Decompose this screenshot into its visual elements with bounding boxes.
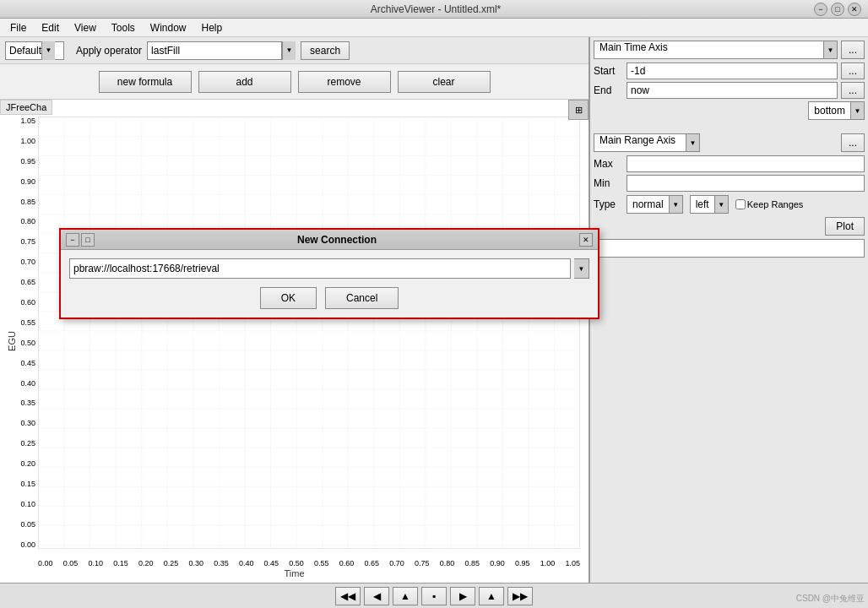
range-axis-combo[interactable]: Main Range Axis ▼ <box>594 133 838 152</box>
nav-zoom-in-btn[interactable]: ▲ <box>479 587 504 605</box>
toolbar-row1: Default ▼ Apply operator ▼ search <box>0 37 589 64</box>
plot-button[interactable]: Plot <box>825 217 865 236</box>
time-axis-section: Main Time Axis ▼ ... Start ... End ... b… <box>594 41 865 120</box>
close-btn[interactable]: ✕ <box>848 3 861 16</box>
end-label: End <box>594 84 623 96</box>
range-axis-arrow[interactable]: ▼ <box>686 133 700 152</box>
start-input[interactable] <box>627 62 838 79</box>
range-axis-header: Main Range Axis ▼ ... <box>594 133 865 152</box>
left-arrow[interactable]: ▼ <box>715 195 729 214</box>
apply-operator-label: Apply operator <box>76 45 142 57</box>
range-axis-section: Main Range Axis ▼ ... Max Min Type norma… <box>594 133 865 258</box>
nav-prev-prev-btn[interactable]: ◀◀ <box>335 587 361 605</box>
dialog-title-bar: − □ New Connection ✕ <box>61 230 598 250</box>
dialog-close-btn[interactable]: ✕ <box>579 233 593 247</box>
menu-help[interactable]: Help <box>195 20 230 35</box>
dialog-minimize-btn[interactable]: − <box>66 233 79 247</box>
nav-prev-btn[interactable]: ◀ <box>364 587 389 605</box>
end-dots-btn[interactable]: ... <box>841 82 865 99</box>
dialog-maximize-btn[interactable]: □ <box>81 233 95 247</box>
keep-ranges-label: Keep Ranges <box>747 199 804 209</box>
new-connection-dialog: − □ New Connection ✕ ▼ OK Cancel <box>59 228 599 319</box>
end-field-row: End ... <box>594 82 865 99</box>
keep-ranges-checkbox[interactable] <box>735 199 746 209</box>
max-label: Max <box>594 158 623 170</box>
search-button[interactable]: search <box>301 41 350 60</box>
time-axis-header: Main Time Axis ▼ ... <box>594 41 865 59</box>
keep-ranges-wrapper: Keep Ranges <box>735 199 804 209</box>
time-axis-arrow[interactable]: ▼ <box>824 41 838 59</box>
menu-edit[interactable]: Edit <box>35 20 66 35</box>
menu-tools[interactable]: Tools <box>105 20 142 35</box>
start-dots-btn[interactable]: ... <box>841 62 865 79</box>
min-input[interactable] <box>627 175 865 192</box>
dialog-title: New Connection <box>95 234 579 246</box>
menu-file[interactable]: File <box>3 20 33 35</box>
nav-up-btn[interactable]: ▲ <box>393 587 418 605</box>
menu-view[interactable]: View <box>68 20 103 35</box>
dialog-buttons: OK Cancel <box>69 287 589 309</box>
bottom-select-wrapper[interactable]: bottom ▼ <box>808 101 865 120</box>
dialog-url-row: ▼ <box>69 258 589 279</box>
connection-url-arrow[interactable]: ▼ <box>574 258 589 279</box>
bottom-toolbar: ◀◀ ◀ ▲ ▪ ▶ ▲ ▶▶ <box>0 583 868 608</box>
title-bar: ArchiveViewer - Untitled.xml* − □ ✕ <box>0 0 868 19</box>
plot-btn-row: Plot <box>594 217 865 236</box>
maximize-btn[interactable]: □ <box>831 3 844 16</box>
bottom-arrow[interactable]: ▼ <box>851 101 865 120</box>
type-label: Type <box>594 198 623 210</box>
max-input[interactable] <box>627 155 865 172</box>
default-combo-value: Default <box>9 45 41 57</box>
type-arrow[interactable]: ▼ <box>670 195 683 214</box>
clear-button[interactable]: clear <box>398 71 491 93</box>
chart-svg <box>38 117 580 549</box>
copy-icon[interactable]: ⊞ <box>568 100 589 120</box>
x-axis-ticks: 0.00 0.05 0.10 0.15 0.20 0.25 0.30 0.35 … <box>38 559 580 567</box>
left-value: left <box>690 195 715 214</box>
minimize-btn[interactable]: − <box>814 3 827 16</box>
min-field-row: Min <box>594 175 865 192</box>
start-field-row: Start ... <box>594 62 865 79</box>
dialog-ok-btn[interactable]: OK <box>260 287 317 309</box>
type-row: Type normal ▼ left ▼ Keep Ranges <box>594 195 865 214</box>
connection-url-input[interactable] <box>69 258 571 279</box>
dialog-cancel-btn[interactable]: Cancel <box>325 287 399 309</box>
window-controls: − □ ✕ <box>814 3 861 16</box>
default-combo[interactable]: Default ▼ <box>5 41 64 60</box>
default-combo-arrow[interactable]: ▼ <box>41 41 55 60</box>
remove-button[interactable]: remove <box>298 71 391 93</box>
watermark: CSDN @中兔维亚 <box>796 593 865 605</box>
operator-combo: ▼ <box>147 41 296 60</box>
max-field-row: Max <box>594 155 865 172</box>
operator-combo-arrow[interactable]: ▼ <box>282 41 296 60</box>
time-axis-combo[interactable]: Main Time Axis ▼ <box>594 41 838 59</box>
dialog-body: ▼ OK Cancel <box>61 250 598 318</box>
range-axis-dots-btn[interactable]: ... <box>841 133 865 152</box>
dialog-left-controls: − □ <box>66 233 95 247</box>
min-label: Min <box>594 177 623 189</box>
time-axis-dots-btn[interactable]: ... <box>841 41 865 59</box>
nav-stop-btn[interactable]: ▪ <box>421 587 447 605</box>
section-separator <box>594 123 865 127</box>
time-axis-label: Main Time Axis <box>594 41 824 59</box>
range-axis-label: Main Range Axis <box>594 133 686 152</box>
formula-text-area[interactable] <box>594 239 865 258</box>
chart-area: JFreeCha ⊞ EGU <box>0 100 589 583</box>
type-value: normal <box>627 195 670 214</box>
svg-rect-4 <box>38 117 580 549</box>
type-select-wrapper[interactable]: normal ▼ <box>627 195 683 214</box>
bottom-combo: bottom ▼ <box>594 101 865 120</box>
right-panel: Main Time Axis ▼ ... Start ... End ... b… <box>589 37 868 583</box>
menu-bar: File Edit View Tools Window Help <box>0 19 868 37</box>
new-formula-button[interactable]: new formula <box>99 71 192 93</box>
toolbar-row2: new formula add remove clear <box>0 64 589 100</box>
jfree-label: JFreeCha <box>0 100 52 115</box>
menu-window[interactable]: Window <box>144 20 193 35</box>
nav-next-btn[interactable]: ▶ <box>450 587 475 605</box>
end-input[interactable] <box>627 82 838 99</box>
nav-next-next-btn[interactable]: ▶▶ <box>507 587 533 605</box>
operator-input[interactable] <box>147 41 282 60</box>
window-title: ArchiveViewer - Untitled.xml* <box>57 3 814 15</box>
left-select-wrapper[interactable]: left ▼ <box>690 195 729 214</box>
add-button[interactable]: add <box>198 71 291 93</box>
